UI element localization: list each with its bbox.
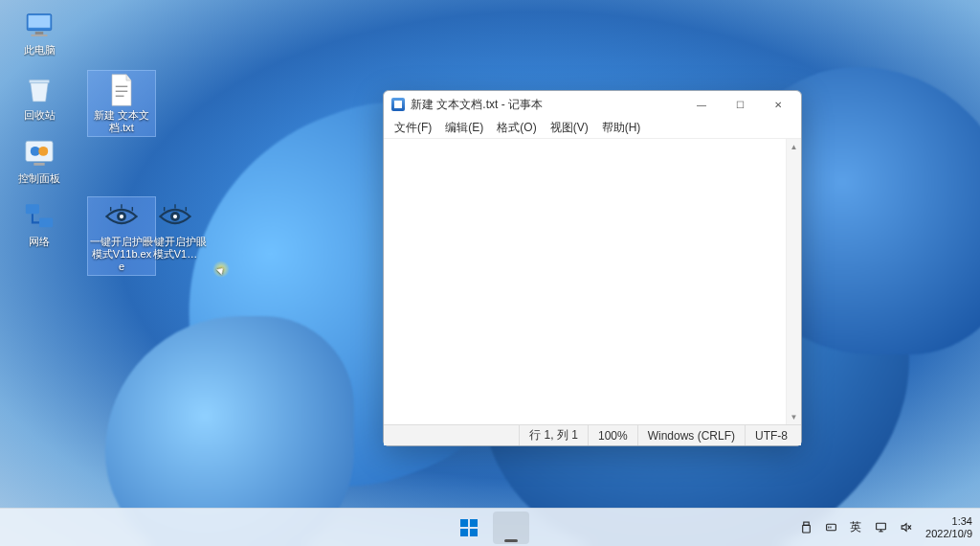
notepad-taskbar-icon: [502, 519, 520, 536]
svg-rect-25: [802, 525, 810, 533]
control-panel-icon: [22, 136, 56, 171]
window-maximize-button[interactable]: ☐: [721, 93, 759, 116]
close-icon: ✕: [774, 100, 782, 110]
desktop-icon-label: 新建 文本文档.txt: [90, 109, 153, 134]
desktop-icon-eye-tool-2[interactable]: 一键开启护眼模式V1…: [142, 197, 209, 262]
windows-logo-icon: [460, 519, 478, 536]
notepad-window[interactable]: 新建 文本文档.txt - 记事本 — ☐ ✕ 文件(F) 编辑(E) 格式(O…: [383, 90, 802, 446]
window-minimize-button[interactable]: —: [682, 93, 721, 116]
svg-marker-32: [902, 524, 906, 532]
vertical-scrollbar[interactable]: ▲ ▼: [786, 139, 801, 424]
desktop-icon-label: 控制面板: [18, 172, 60, 185]
tray-ime-language[interactable]: 英: [845, 514, 866, 541]
svg-point-20: [173, 215, 177, 218]
menu-file[interactable]: 文件(F): [388, 118, 438, 138]
desktop-icon-label: 一键开启护眼模式V1…: [144, 236, 207, 261]
desktop-icon-control-panel[interactable]: 控制面板: [6, 134, 73, 187]
menu-view[interactable]: 视图(V): [544, 118, 595, 138]
start-button[interactable]: [451, 512, 487, 544]
statusbar: 行 1, 列 1 100% Windows (CRLF) UTF-8: [384, 424, 801, 445]
network-icon: [22, 199, 56, 234]
menubar: 文件(F) 编辑(E) 格式(O) 视图(V) 帮助(H): [384, 118, 801, 139]
status-zoom: 100%: [589, 425, 638, 445]
svg-rect-3: [32, 34, 48, 36]
svg-rect-10: [39, 217, 53, 227]
status-cursor-position: 行 1, 列 1: [520, 425, 589, 445]
desktop-icon-label: 此电脑: [24, 44, 56, 57]
tray-time: 1:34: [925, 515, 972, 528]
tray-ime-icon[interactable]: [820, 514, 841, 541]
editor-area: ▲ ▼: [384, 139, 801, 424]
eye-tool-1-icon: [104, 199, 139, 234]
recycle-bin-icon: [22, 73, 56, 107]
desktop-icon-label: 网络: [29, 236, 50, 248]
desktop-icon-label: 回收站: [24, 109, 56, 122]
notepad-app-icon: [391, 98, 405, 111]
taskbar-app-notepad[interactable]: [493, 512, 529, 544]
scroll-up-icon[interactable]: ▲: [787, 139, 801, 154]
status-line-ending: Windows (CRLF): [638, 425, 746, 445]
svg-rect-8: [33, 163, 44, 166]
system-tray: 英 1:34 2022/10/9: [795, 514, 980, 541]
svg-rect-4: [29, 80, 49, 82]
textfile-icon: [104, 73, 139, 107]
eye-tool-2-icon: [158, 199, 192, 234]
taskbar: 英 1:34 2022/10/9: [0, 508, 980, 546]
desktop-icon-recycle-bin[interactable]: 回收站: [6, 71, 73, 124]
svg-rect-1: [29, 15, 51, 28]
desktop-icon-textfile[interactable]: 新建 文本文档.txt: [88, 71, 155, 136]
titlebar[interactable]: 新建 文本文档.txt - 记事本 — ☐ ✕: [384, 91, 801, 118]
this-pc-icon: [22, 8, 56, 42]
desktop-icon-this-pc[interactable]: 此电脑: [6, 6, 73, 58]
tray-date: 2022/10/9: [925, 528, 972, 540]
menu-edit[interactable]: 编辑(E): [438, 118, 490, 138]
maximize-icon: ☐: [736, 100, 745, 110]
status-encoding: UTF-8: [746, 425, 801, 445]
desktop-icon-network[interactable]: 网络: [6, 197, 73, 250]
menu-help[interactable]: 帮助(H): [595, 118, 648, 138]
tray-network-icon[interactable]: [870, 514, 891, 541]
svg-rect-29: [876, 523, 885, 530]
menu-format[interactable]: 格式(O): [490, 118, 543, 138]
tray-volume-icon[interactable]: [895, 514, 916, 541]
minimize-icon: —: [697, 100, 706, 110]
svg-rect-2: [35, 32, 44, 34]
svg-rect-9: [26, 204, 39, 214]
svg-point-7: [38, 147, 48, 156]
tray-clock[interactable]: 1:34 2022/10/9: [920, 515, 972, 540]
tray-usb-icon[interactable]: [795, 514, 816, 541]
text-editor[interactable]: [384, 139, 786, 424]
window-title: 新建 文本文档.txt - 记事本: [411, 97, 682, 113]
window-close-button[interactable]: ✕: [759, 93, 797, 116]
svg-point-6: [31, 147, 40, 156]
scroll-down-icon[interactable]: ▼: [787, 409, 801, 424]
svg-point-15: [120, 215, 123, 218]
